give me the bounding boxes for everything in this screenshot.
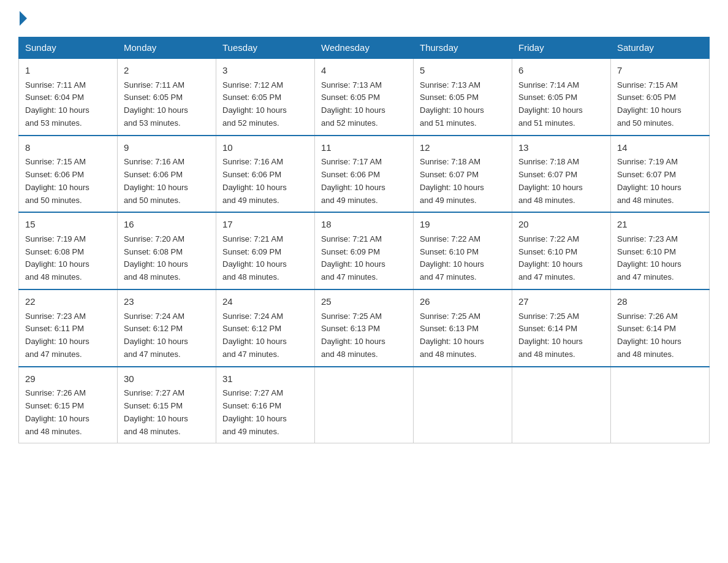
- day-cell-5: 5Sunrise: 7:13 AMSunset: 6:05 PMDaylight…: [414, 58, 512, 136]
- day-cell-24: 24Sunrise: 7:24 AMSunset: 6:12 PMDayligh…: [216, 289, 315, 367]
- day-number: 17: [222, 218, 308, 232]
- day-number: 12: [420, 141, 506, 155]
- day-number: 6: [518, 64, 604, 78]
- day-cell-8: 8Sunrise: 7:15 AMSunset: 6:06 PMDaylight…: [19, 136, 118, 213]
- logo: [18, 12, 29, 26]
- day-info: Sunrise: 7:25 AMSunset: 6:13 PMDaylight:…: [420, 310, 506, 361]
- week-row-4: 22Sunrise: 7:23 AMSunset: 6:11 PMDayligh…: [19, 289, 710, 367]
- day-info: Sunrise: 7:16 AMSunset: 6:06 PMDaylight:…: [222, 156, 308, 207]
- day-cell-25: 25Sunrise: 7:25 AMSunset: 6:13 PMDayligh…: [315, 289, 414, 367]
- day-info: Sunrise: 7:27 AMSunset: 6:16 PMDaylight:…: [222, 387, 308, 438]
- day-number: 2: [124, 64, 210, 78]
- day-info: Sunrise: 7:13 AMSunset: 6:05 PMDaylight:…: [321, 79, 407, 130]
- day-cell-17: 17Sunrise: 7:21 AMSunset: 6:09 PMDayligh…: [216, 212, 315, 289]
- day-info: Sunrise: 7:21 AMSunset: 6:09 PMDaylight:…: [321, 233, 407, 284]
- day-info: Sunrise: 7:23 AMSunset: 6:11 PMDaylight:…: [25, 310, 111, 361]
- day-cell-18: 18Sunrise: 7:21 AMSunset: 6:09 PMDayligh…: [315, 212, 414, 289]
- day-info: Sunrise: 7:14 AMSunset: 6:05 PMDaylight:…: [518, 79, 604, 130]
- col-header-friday: Friday: [512, 37, 611, 59]
- day-info: Sunrise: 7:25 AMSunset: 6:13 PMDaylight:…: [321, 310, 407, 361]
- day-number: 19: [420, 218, 506, 232]
- day-cell-1: 1Sunrise: 7:11 AMSunset: 6:04 PMDaylight…: [19, 58, 118, 136]
- calendar-table: SundayMondayTuesdayWednesdayThursdayFrid…: [18, 37, 710, 443]
- day-info: Sunrise: 7:24 AMSunset: 6:12 PMDaylight:…: [222, 310, 308, 361]
- day-info: Sunrise: 7:22 AMSunset: 6:10 PMDaylight:…: [518, 233, 604, 284]
- day-number: 26: [420, 295, 506, 309]
- day-number: 25: [321, 295, 407, 309]
- day-info: Sunrise: 7:26 AMSunset: 6:15 PMDaylight:…: [25, 387, 111, 438]
- day-info: Sunrise: 7:22 AMSunset: 6:10 PMDaylight:…: [420, 233, 506, 284]
- day-info: Sunrise: 7:19 AMSunset: 6:08 PMDaylight:…: [25, 233, 111, 284]
- day-info: Sunrise: 7:23 AMSunset: 6:10 PMDaylight:…: [617, 233, 703, 284]
- day-cell-13: 13Sunrise: 7:18 AMSunset: 6:07 PMDayligh…: [512, 136, 611, 213]
- day-info: Sunrise: 7:18 AMSunset: 6:07 PMDaylight:…: [518, 156, 604, 207]
- day-cell-10: 10Sunrise: 7:16 AMSunset: 6:06 PMDayligh…: [216, 136, 315, 213]
- day-info: Sunrise: 7:15 AMSunset: 6:05 PMDaylight:…: [617, 79, 703, 130]
- day-number: 13: [518, 141, 604, 155]
- week-row-3: 15Sunrise: 7:19 AMSunset: 6:08 PMDayligh…: [19, 212, 710, 289]
- day-info: Sunrise: 7:17 AMSunset: 6:06 PMDaylight:…: [321, 156, 407, 207]
- day-cell-15: 15Sunrise: 7:19 AMSunset: 6:08 PMDayligh…: [19, 212, 118, 289]
- day-cell-14: 14Sunrise: 7:19 AMSunset: 6:07 PMDayligh…: [611, 136, 710, 213]
- logo-triangle-icon: [20, 11, 27, 26]
- day-info: Sunrise: 7:12 AMSunset: 6:05 PMDaylight:…: [222, 79, 308, 130]
- day-number: 1: [25, 64, 111, 78]
- day-cell-21: 21Sunrise: 7:23 AMSunset: 6:10 PMDayligh…: [611, 212, 710, 289]
- col-header-wednesday: Wednesday: [315, 37, 414, 59]
- week-row-1: 1Sunrise: 7:11 AMSunset: 6:04 PMDaylight…: [19, 58, 710, 136]
- day-number: 30: [124, 372, 210, 386]
- day-cell-22: 22Sunrise: 7:23 AMSunset: 6:11 PMDayligh…: [19, 289, 118, 367]
- day-info: Sunrise: 7:11 AMSunset: 6:04 PMDaylight:…: [25, 79, 111, 130]
- day-number: 9: [124, 141, 210, 155]
- day-cell-31: 31Sunrise: 7:27 AMSunset: 6:16 PMDayligh…: [216, 367, 315, 443]
- week-row-2: 8Sunrise: 7:15 AMSunset: 6:06 PMDaylight…: [19, 136, 710, 213]
- day-info: Sunrise: 7:24 AMSunset: 6:12 PMDaylight:…: [124, 310, 210, 361]
- col-header-monday: Monday: [118, 37, 216, 59]
- day-info: Sunrise: 7:18 AMSunset: 6:07 PMDaylight:…: [420, 156, 506, 207]
- day-number: 8: [25, 141, 111, 155]
- day-info: Sunrise: 7:21 AMSunset: 6:09 PMDaylight:…: [222, 233, 308, 284]
- col-header-saturday: Saturday: [611, 37, 710, 59]
- day-cell-19: 19Sunrise: 7:22 AMSunset: 6:10 PMDayligh…: [414, 212, 512, 289]
- day-number: 14: [617, 141, 703, 155]
- day-info: Sunrise: 7:25 AMSunset: 6:14 PMDaylight:…: [518, 310, 604, 361]
- day-cell-29: 29Sunrise: 7:26 AMSunset: 6:15 PMDayligh…: [19, 367, 118, 443]
- page-header: [18, 12, 710, 26]
- day-number: 27: [518, 295, 604, 309]
- day-cell-6: 6Sunrise: 7:14 AMSunset: 6:05 PMDaylight…: [512, 58, 611, 136]
- day-number: 20: [518, 218, 604, 232]
- col-header-sunday: Sunday: [19, 37, 118, 59]
- day-info: Sunrise: 7:15 AMSunset: 6:06 PMDaylight:…: [25, 156, 111, 207]
- day-cell-4: 4Sunrise: 7:13 AMSunset: 6:05 PMDaylight…: [315, 58, 414, 136]
- day-number: 21: [617, 218, 703, 232]
- day-number: 3: [222, 64, 308, 78]
- day-cell-11: 11Sunrise: 7:17 AMSunset: 6:06 PMDayligh…: [315, 136, 414, 213]
- day-cell-7: 7Sunrise: 7:15 AMSunset: 6:05 PMDaylight…: [611, 58, 710, 136]
- day-number: 29: [25, 372, 111, 386]
- day-cell-12: 12Sunrise: 7:18 AMSunset: 6:07 PMDayligh…: [414, 136, 512, 213]
- header-row: SundayMondayTuesdayWednesdayThursdayFrid…: [19, 37, 710, 59]
- day-number: 22: [25, 295, 111, 309]
- day-number: 31: [222, 372, 308, 386]
- day-cell-28: 28Sunrise: 7:26 AMSunset: 6:14 PMDayligh…: [611, 289, 710, 367]
- day-cell-empty: [315, 367, 414, 443]
- day-cell-empty: [611, 367, 710, 443]
- day-cell-2: 2Sunrise: 7:11 AMSunset: 6:05 PMDaylight…: [118, 58, 216, 136]
- day-info: Sunrise: 7:16 AMSunset: 6:06 PMDaylight:…: [124, 156, 210, 207]
- day-number: 4: [321, 64, 407, 78]
- day-number: 18: [321, 218, 407, 232]
- day-cell-3: 3Sunrise: 7:12 AMSunset: 6:05 PMDaylight…: [216, 58, 315, 136]
- day-number: 5: [420, 64, 506, 78]
- day-number: 24: [222, 295, 308, 309]
- week-row-5: 29Sunrise: 7:26 AMSunset: 6:15 PMDayligh…: [19, 367, 710, 443]
- day-cell-26: 26Sunrise: 7:25 AMSunset: 6:13 PMDayligh…: [414, 289, 512, 367]
- day-number: 23: [124, 295, 210, 309]
- day-info: Sunrise: 7:27 AMSunset: 6:15 PMDaylight:…: [124, 387, 210, 438]
- day-number: 7: [617, 64, 703, 78]
- day-info: Sunrise: 7:20 AMSunset: 6:08 PMDaylight:…: [124, 233, 210, 284]
- day-info: Sunrise: 7:26 AMSunset: 6:14 PMDaylight:…: [617, 310, 703, 361]
- col-header-tuesday: Tuesday: [216, 37, 315, 59]
- day-cell-27: 27Sunrise: 7:25 AMSunset: 6:14 PMDayligh…: [512, 289, 611, 367]
- day-number: 16: [124, 218, 210, 232]
- day-number: 28: [617, 295, 703, 309]
